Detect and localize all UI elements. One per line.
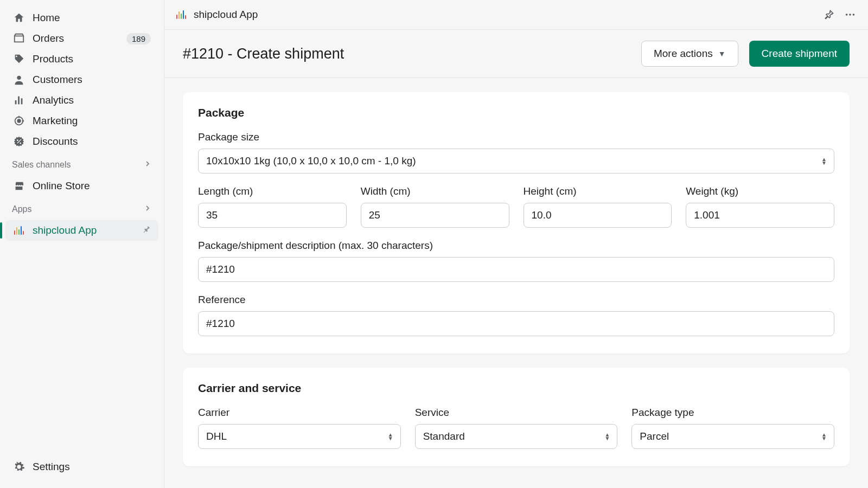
height-input[interactable] xyxy=(524,203,672,228)
pin-icon xyxy=(142,224,151,236)
store-icon xyxy=(13,180,25,192)
sidebar-item-discounts[interactable]: Discounts xyxy=(5,131,158,152)
shipcloud-logo-icon xyxy=(13,226,25,235)
chevron-right-icon xyxy=(143,159,152,170)
chevron-right-icon xyxy=(143,204,152,215)
gear-icon xyxy=(13,461,25,473)
sidebar-item-label: Customers xyxy=(33,74,82,86)
length-input[interactable] xyxy=(198,203,347,228)
page-header: #1210 - Create shipment More actions ▼ C… xyxy=(164,30,868,78)
shipcloud-logo-icon xyxy=(176,10,186,19)
orders-badge: 189 xyxy=(126,33,151,44)
package-size-label: Package size xyxy=(198,131,834,143)
service-select[interactable] xyxy=(415,424,618,449)
card-heading: Package xyxy=(198,106,834,119)
caret-down-icon: ▼ xyxy=(718,49,726,58)
sidebar-item-label: Products xyxy=(33,53,73,65)
inbox-icon xyxy=(13,33,25,44)
svg-point-8 xyxy=(853,14,855,16)
length-label: Length (cm) xyxy=(198,185,347,197)
sidebar-item-label: Online Store xyxy=(33,180,90,192)
main: shipcloud App #1210 - Create shipment Mo… xyxy=(164,0,868,488)
svg-rect-2 xyxy=(18,97,20,105)
svg-point-6 xyxy=(846,14,848,16)
sidebar-item-orders[interactable]: Orders 189 xyxy=(5,28,158,49)
analytics-icon xyxy=(13,94,25,106)
height-label: Height (cm) xyxy=(524,185,672,197)
svg-rect-3 xyxy=(21,98,23,104)
page-title: #1210 - Create shipment xyxy=(183,46,344,62)
weight-label: Weight (kg) xyxy=(686,185,834,197)
sidebar-item-label: shipcloud App xyxy=(33,224,97,236)
description-label: Package/shipment description (max. 30 ch… xyxy=(198,240,834,252)
apps-header[interactable]: Apps xyxy=(0,198,164,218)
more-menu-button[interactable] xyxy=(844,9,856,21)
svg-point-0 xyxy=(17,76,21,80)
sidebar-item-label: Analytics xyxy=(33,94,74,106)
topbar-title: shipcloud App xyxy=(194,9,258,21)
sidebar-item-label: Home xyxy=(33,12,60,24)
sidebar: Home Orders 189 Products Customers xyxy=(0,0,164,488)
sidebar-item-analytics[interactable]: Analytics xyxy=(5,90,158,111)
svg-rect-1 xyxy=(15,100,17,104)
width-input[interactable] xyxy=(361,203,509,228)
carrier-card: Carrier and service Carrier ▲▼ Service xyxy=(183,368,850,466)
content: Package Package size ▲▼ Length (cm) Widt… xyxy=(164,78,868,488)
section-label: Apps xyxy=(12,204,31,214)
tag-icon xyxy=(13,53,25,65)
button-label: More actions xyxy=(654,48,713,60)
section-label: Sales channels xyxy=(12,160,71,170)
sidebar-item-label: Discounts xyxy=(33,136,78,147)
weight-input[interactable] xyxy=(686,203,834,228)
topbar: shipcloud App xyxy=(164,0,868,30)
reference-label: Reference xyxy=(198,294,834,306)
carrier-select[interactable] xyxy=(198,424,401,449)
sidebar-item-home[interactable]: Home xyxy=(5,8,158,28)
create-shipment-button[interactable]: Create shipment xyxy=(749,41,850,67)
sidebar-item-label: Marketing xyxy=(33,115,78,127)
carrier-label: Carrier xyxy=(198,407,401,419)
home-icon xyxy=(13,12,25,24)
sidebar-item-settings[interactable]: Settings xyxy=(5,457,158,477)
sidebar-item-online-store[interactable]: Online Store xyxy=(5,176,158,196)
sidebar-item-marketing[interactable]: Marketing xyxy=(5,111,158,131)
width-label: Width (cm) xyxy=(361,185,509,197)
target-icon xyxy=(13,115,25,127)
sidebar-item-customers[interactable]: Customers xyxy=(5,69,158,90)
description-input[interactable] xyxy=(198,257,834,282)
button-label: Create shipment xyxy=(762,48,837,60)
sales-channels-header[interactable]: Sales channels xyxy=(0,154,164,174)
svg-point-5 xyxy=(17,119,21,123)
sidebar-item-label: Settings xyxy=(33,461,70,473)
card-heading: Carrier and service xyxy=(198,382,834,395)
package-size-select[interactable] xyxy=(198,149,834,174)
sidebar-item-label: Orders xyxy=(33,33,64,44)
more-actions-button[interactable]: More actions ▼ xyxy=(641,41,738,67)
discount-icon xyxy=(13,136,25,147)
sidebar-item-shipcloud[interactable]: shipcloud App xyxy=(5,220,158,241)
package-card: Package Package size ▲▼ Length (cm) Widt… xyxy=(183,92,850,354)
person-icon xyxy=(13,74,25,86)
svg-point-7 xyxy=(849,14,851,16)
package-type-label: Package type xyxy=(631,407,834,419)
pin-button[interactable] xyxy=(824,9,834,20)
sidebar-item-products[interactable]: Products xyxy=(5,49,158,69)
package-type-select[interactable] xyxy=(631,424,834,449)
reference-input[interactable] xyxy=(198,311,834,336)
service-label: Service xyxy=(415,407,618,419)
